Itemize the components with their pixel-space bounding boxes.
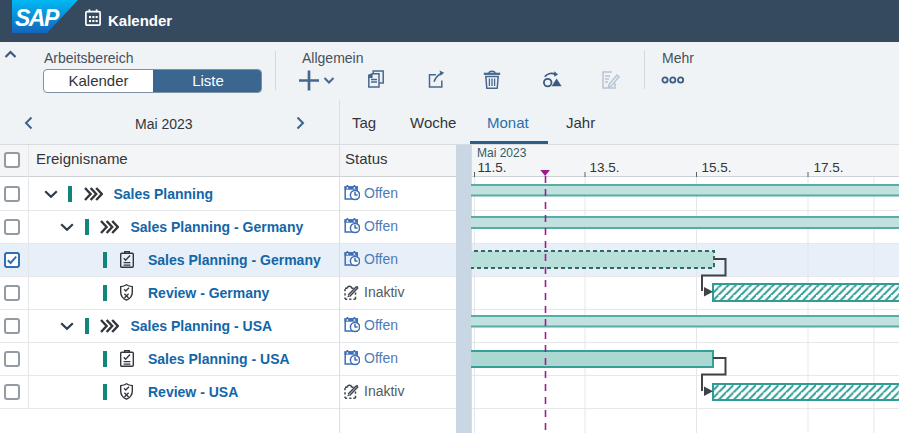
svg-text:SAP: SAP [15,5,60,31]
